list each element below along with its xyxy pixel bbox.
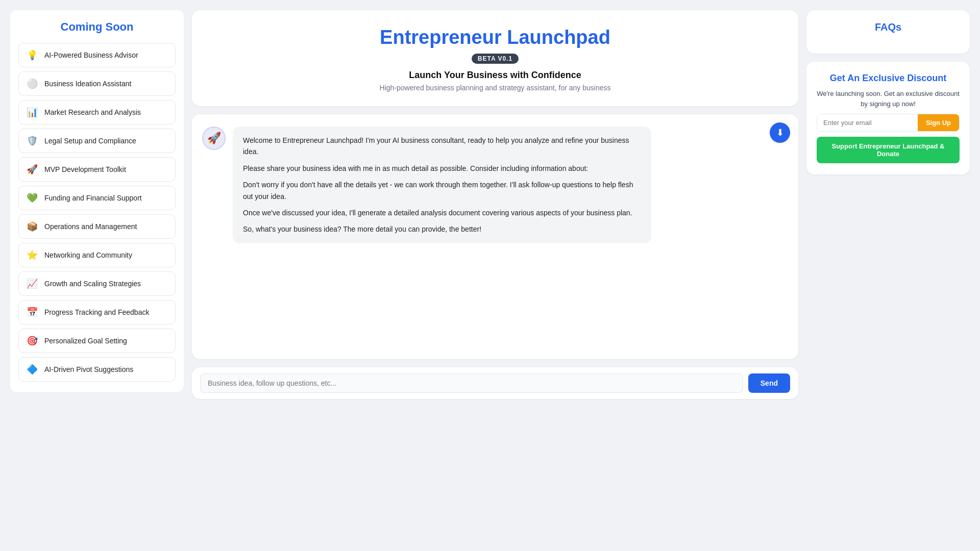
sidebar-icon-growth-scaling: 📈: [26, 278, 38, 289]
sidebar-label-progress-tracking: Progress Tracking and Feedback: [44, 308, 149, 316]
sidebar: Coming Soon 💡 AI-Powered Business Adviso…: [10, 10, 184, 392]
sidebar-item-market-research[interactable]: 📊 Market Research and Analysis: [18, 100, 176, 124]
sidebar-item-operations-management[interactable]: 📦 Operations and Management: [18, 214, 176, 239]
sidebar-label-legal-setup: Legal Setup and Compliance: [44, 137, 136, 145]
sidebar-label-operations-management: Operations and Management: [44, 222, 137, 231]
hero-description: High-powered business planning and strat…: [204, 84, 786, 92]
sidebar-label-ai-pivot: AI-Driven Pivot Suggestions: [44, 365, 133, 373]
sidebar-icon-progress-tracking: 📅: [26, 307, 38, 318]
sidebar-item-growth-scaling[interactable]: 📈 Growth and Scaling Strategies: [18, 271, 176, 296]
chat-messages: 🚀 Welcome to Entrepreneur Launchpad! I'm…: [192, 114, 798, 359]
sidebar-title: Coming Soon: [18, 20, 176, 34]
sidebar-icon-mvp-development: 🚀: [26, 164, 38, 175]
sidebar-item-business-ideation[interactable]: ⚪ Business Ideation Assistant: [18, 71, 176, 96]
chat-para-2: Please share your business idea with me …: [243, 163, 641, 174]
signup-button[interactable]: Sign Up: [918, 114, 959, 131]
chat-area: ⬇ 🚀 Welcome to Entrepreneur Launchpad! I…: [192, 114, 798, 359]
sidebar-item-funding-financial[interactable]: 💚 Funding and Financial Support: [18, 186, 176, 210]
sidebar-icon-networking-community: ⭐: [26, 249, 38, 261]
chat-para-5: So, what's your business idea? The more …: [243, 223, 641, 235]
sidebar-item-ai-powered-advisor[interactable]: 💡 AI-Powered Business Advisor: [18, 43, 176, 67]
sidebar-label-business-ideation: Business Ideation Assistant: [44, 80, 131, 88]
sidebar-label-market-research: Market Research and Analysis: [44, 108, 141, 116]
sidebar-item-progress-tracking[interactable]: 📅 Progress Tracking and Feedback: [18, 300, 176, 324]
beta-badge: BETA V0.1: [472, 54, 519, 64]
sidebar-icon-operations-management: 📦: [26, 221, 38, 232]
main-content: Entrepreneur Launchpad BETA V0.1 Launch …: [192, 10, 798, 541]
chat-input[interactable]: [200, 373, 743, 393]
sidebar-icon-business-ideation: ⚪: [26, 78, 38, 89]
chat-para-3: Don't worry if you don't have all the de…: [243, 179, 641, 202]
sidebar-label-growth-scaling: Growth and Scaling Strategies: [44, 280, 141, 288]
chat-para-1: Welcome to Entrepreneur Launchpad! I'm y…: [243, 135, 641, 158]
download-button[interactable]: ⬇: [770, 122, 790, 143]
avatar: 🚀: [202, 127, 226, 150]
sidebar-item-mvp-development[interactable]: 🚀 MVP Development Toolkit: [18, 157, 176, 182]
sidebar-icon-legal-setup: 🛡️: [26, 135, 38, 146]
discount-input-row: Sign Up: [817, 114, 960, 132]
sidebar-icon-ai-powered-advisor: 💡: [26, 49, 38, 61]
discount-card: Get An Exclusive Discount We're launchin…: [806, 62, 970, 174]
sidebar-label-ai-powered-advisor: AI-Powered Business Advisor: [44, 51, 138, 59]
hero-title: Entrepreneur Launchpad: [204, 27, 786, 48]
email-input[interactable]: [817, 114, 918, 131]
ai-message-row: 🚀 Welcome to Entrepreneur Launchpad! I'm…: [202, 127, 788, 243]
sidebar-label-goal-setting: Personalized Goal Setting: [44, 337, 127, 345]
sidebar-icon-market-research: 📊: [26, 107, 38, 118]
sidebar-item-goal-setting[interactable]: 🎯 Personalized Goal Setting: [18, 329, 176, 353]
sidebar-icon-ai-pivot: 🔷: [26, 364, 38, 375]
sidebar-item-networking-community[interactable]: ⭐ Networking and Community: [18, 243, 176, 267]
sidebar-icon-funding-financial: 💚: [26, 192, 38, 204]
download-icon: ⬇: [776, 127, 784, 138]
hero-subtitle: Launch Your Business with Confidence: [204, 70, 786, 81]
send-button[interactable]: Send: [748, 373, 790, 393]
sidebar-item-ai-pivot[interactable]: 🔷 AI-Driven Pivot Suggestions: [18, 357, 176, 382]
avatar-icon: 🚀: [207, 132, 221, 145]
faq-title: FAQs: [817, 21, 960, 33]
hero-card: Entrepreneur Launchpad BETA V0.1 Launch …: [192, 10, 798, 106]
sidebar-icon-goal-setting: 🎯: [26, 335, 38, 346]
sidebar-label-mvp-development: MVP Development Toolkit: [44, 165, 126, 173]
discount-description: We're launching soon. Get an exclusive d…: [817, 89, 960, 109]
right-panel: FAQs Get An Exclusive Discount We're lau…: [806, 10, 970, 174]
chat-para-4: Once we've discussed your idea, I'll gen…: [243, 207, 641, 218]
sidebar-label-funding-financial: Funding and Financial Support: [44, 194, 142, 202]
message-bubble: Welcome to Entrepreneur Launchpad! I'm y…: [233, 127, 651, 243]
chat-input-row: Send: [192, 367, 798, 399]
discount-title: Get An Exclusive Discount: [830, 73, 946, 84]
sidebar-label-networking-community: Networking and Community: [44, 251, 132, 259]
sidebar-item-legal-setup[interactable]: 🛡️ Legal Setup and Compliance: [18, 129, 176, 153]
support-button[interactable]: Support Entrepreneur Launchpad & Donate: [817, 137, 960, 163]
faq-card: FAQs: [806, 10, 970, 54]
